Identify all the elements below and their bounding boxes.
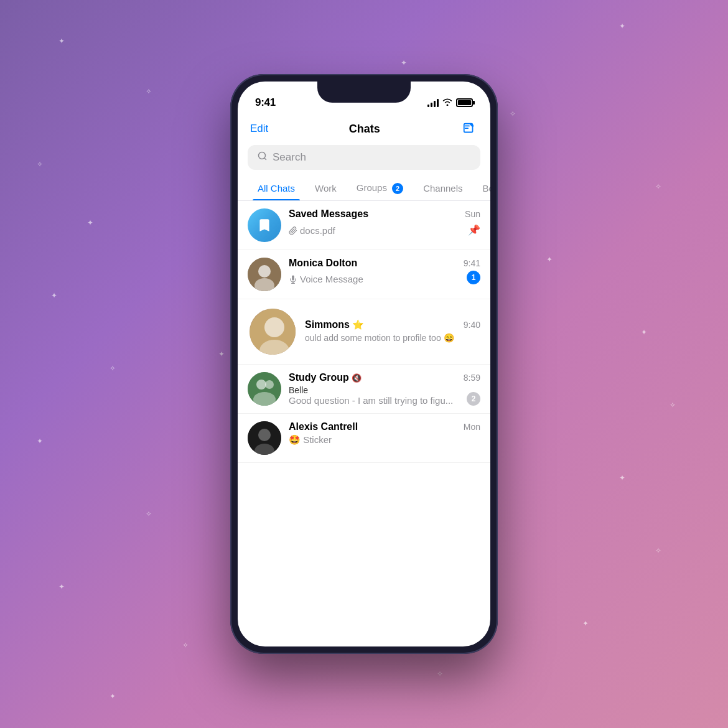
alexis-content: Alexis Cantrell Mon 🤩 Sticker [289, 421, 480, 446]
pin-icon: 📌 [468, 224, 480, 236]
svg-point-12 [265, 380, 274, 389]
monica-content: Monica Dolton 9:41 Voice Message 1 [289, 258, 480, 284]
monica-name: Monica Dolton [289, 258, 357, 269]
page-title: Chats [349, 123, 380, 136]
signal-icon [427, 98, 439, 107]
monica-avatar [248, 258, 281, 291]
svg-point-3 [258, 265, 271, 278]
saved-messages-name: Saved Messages [289, 208, 368, 220]
monica-time: 9:41 [464, 258, 480, 268]
study-group-name: Study Group 🔇 [289, 372, 362, 383]
svg-point-15 [258, 429, 271, 441]
phone-frame: 9:41 [230, 74, 498, 654]
tab-work[interactable]: Work [305, 178, 347, 200]
saved-messages-time: Sun [465, 209, 480, 219]
saved-messages-content: Saved Messages Sun docs.pdf 📌 [289, 208, 480, 236]
compose-button[interactable] [460, 120, 478, 138]
filter-tabs: All Chats Work Groups 2 Channels Bots [238, 175, 490, 201]
study-group-sender: Belle [289, 385, 467, 395]
svg-point-8 [264, 317, 284, 337]
chat-item-saved-messages[interactable]: Saved Messages Sun docs.pdf 📌 [238, 201, 490, 250]
study-group-content: Study Group 🔇 8:59 Belle Good question -… [289, 372, 480, 406]
tab-all-chats[interactable]: All Chats [248, 178, 305, 200]
chat-item-alexis-cantrell[interactable]: Alexis Cantrell Mon 🤩 Sticker [238, 414, 490, 463]
nav-bar: Edit Chats [238, 115, 490, 145]
search-icon [258, 151, 268, 164]
saved-messages-preview: docs.pdf [289, 225, 335, 236]
monica-preview: Voice Message [289, 274, 363, 284]
monica-unread-badge: 1 [467, 271, 480, 284]
alexis-name: Alexis Cantrell [289, 421, 358, 432]
simmons-avatar [248, 307, 297, 357]
chat-list: Saved Messages Sun docs.pdf 📌 [238, 201, 490, 646]
study-group-avatar [248, 372, 281, 406]
tab-channels[interactable]: Channels [413, 178, 472, 200]
svg-point-11 [256, 380, 266, 390]
content-area: Edit Chats [238, 115, 490, 646]
simmons-time: 9:40 [464, 320, 480, 330]
simmons-preview: ould add some motion to profile too 😄 [305, 332, 480, 345]
alexis-time: Mon [464, 422, 480, 432]
study-group-preview: Good question - I am still trying to fig… [289, 395, 467, 406]
study-group-unread-badge: 2 [467, 392, 480, 406]
tab-bots[interactable]: Bots [473, 178, 490, 200]
tab-groups[interactable]: Groups 2 [347, 177, 413, 200]
groups-badge: 2 [392, 183, 403, 194]
phone-screen: 9:41 [238, 82, 490, 646]
chat-item-monica-dolton[interactable]: Monica Dolton 9:41 Voice Message 1 [238, 250, 490, 299]
simmons-name: Simmons ⭐ [305, 319, 364, 330]
edit-button[interactable]: Edit [250, 123, 268, 135]
status-icons [427, 98, 473, 108]
simmons-star-icon: ⭐ [352, 319, 364, 330]
alexis-avatar [248, 421, 281, 455]
saved-messages-avatar [248, 208, 281, 242]
search-bar[interactable]: Search [248, 145, 480, 170]
chat-item-study-group[interactable]: Study Group 🔇 8:59 Belle Good question -… [238, 365, 490, 414]
chat-item-simmons[interactable]: Simmons ⭐ 9:40 ould add some motion to p… [238, 299, 490, 365]
battery-icon [456, 98, 473, 107]
search-placeholder: Search [273, 151, 306, 164]
alexis-preview: 🤩 Sticker [289, 434, 480, 446]
phone-notch [317, 82, 411, 103]
status-time: 9:41 [255, 96, 276, 109]
simmons-content: Simmons ⭐ 9:40 ould add some motion to p… [305, 319, 480, 345]
mute-icon: 🔇 [352, 373, 362, 383]
study-group-time: 8:59 [464, 373, 480, 383]
wifi-icon [442, 98, 452, 108]
